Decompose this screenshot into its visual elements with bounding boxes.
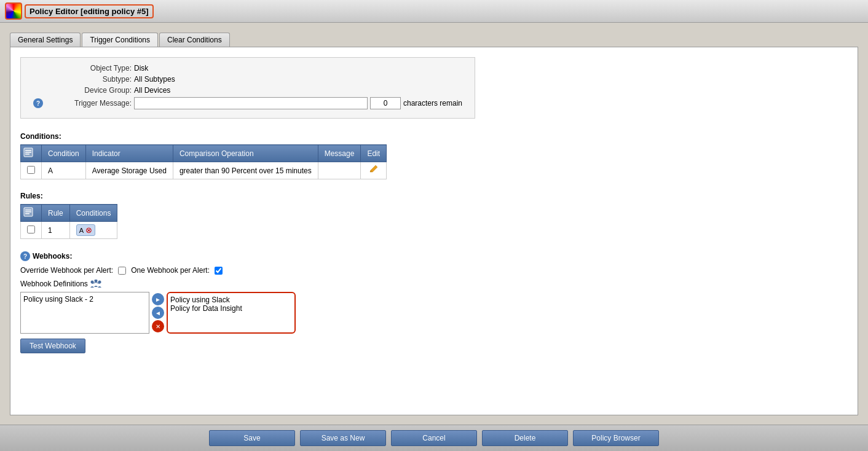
policy-browser-button[interactable]: Policy Browser: [573, 430, 659, 446]
network-icon: [90, 280, 101, 288]
webhook-definitions-text: Webhook Definitions: [20, 280, 88, 288]
row-checkbox-cell: [21, 162, 42, 179]
webhooks-label: Webhooks:: [33, 252, 72, 261]
page-title: Policy Editor [editing policy #5]: [25, 4, 154, 18]
override-checkbox[interactable]: [118, 267, 126, 275]
indicator-col-header: Indicator: [85, 145, 173, 162]
rule-row-checkbox[interactable]: [27, 226, 35, 233]
one-webhook-checkbox[interactable]: [215, 267, 223, 275]
app-logo: [5, 2, 22, 20]
subtype-value: All Subtypes: [134, 75, 175, 84]
main-content: General Settings Trigger Conditions Clea…: [0, 23, 868, 420]
condition-cell: A: [42, 162, 86, 179]
remove-condition-icon[interactable]: ⊗: [85, 226, 92, 235]
save-button[interactable]: Save: [209, 430, 295, 446]
webhook-options: Override Webhook per Alert: One Webhook …: [20, 266, 848, 275]
webhook-selected-item-2[interactable]: Policy for Data Insight: [170, 304, 292, 313]
trigger-message-input[interactable]: [134, 97, 368, 109]
chars-remain-input: [370, 97, 401, 109]
webhook-arrows: ► ◄ ✕: [152, 293, 164, 332]
webhooks-section: ? Webhooks: Override Webhook per Alert: …: [20, 251, 848, 353]
test-webhook-button[interactable]: Test Webhook: [20, 339, 85, 353]
device-group-label: Device Group:: [33, 86, 132, 95]
trigger-message-info-icon: ?: [33, 98, 43, 108]
webhook-selected-list[interactable]: Policy using Slack Policy for Data Insig…: [167, 292, 296, 334]
tab-clear-conditions[interactable]: Clear Conditions: [159, 33, 230, 47]
condition-tag: A⊗: [76, 224, 95, 236]
rules-table: Rule Conditions 1 A⊗: [20, 204, 117, 239]
svg-rect-8: [25, 211, 31, 213]
rules-section-label: Rules:: [20, 192, 848, 200]
object-type-value: Disk: [134, 64, 148, 73]
trigger-message-row: ? Trigger Message: characters remain: [33, 97, 462, 109]
tab-trigger-conditions[interactable]: Trigger Conditions: [82, 33, 158, 47]
indicator-cell: Average Storage Used: [85, 162, 173, 179]
content-panel: Object Type: Disk Subtype: All Subtypes …: [10, 47, 858, 415]
webhook-selected-item-1[interactable]: Policy using Slack: [170, 296, 292, 304]
tab-general-settings[interactable]: General Settings: [10, 33, 81, 47]
message-col-header: Message: [318, 145, 361, 162]
rule-number-cell: 1: [42, 222, 70, 239]
conditions-table: Condition Indicator Comparison Operation…: [20, 144, 387, 179]
edit-icon[interactable]: [369, 165, 379, 175]
cancel-button[interactable]: Cancel: [391, 430, 477, 446]
svg-point-11: [94, 280, 97, 283]
webhook-available-item[interactable]: Policy using Slack - 2: [23, 295, 146, 304]
save-as-new-button[interactable]: Save as New: [300, 430, 386, 446]
device-group-row: Device Group: All Devices: [33, 86, 462, 95]
svg-rect-9: [25, 213, 30, 214]
rule-checkbox-cell: [21, 222, 42, 239]
rules-icon-header: [21, 205, 42, 222]
edit-cell: [361, 162, 387, 179]
svg-rect-7: [25, 210, 31, 211]
webhook-available-list[interactable]: Policy using Slack - 2: [20, 292, 149, 334]
subtype-row: Subtype: All Subtypes: [33, 75, 462, 84]
svg-rect-1: [25, 150, 31, 151]
object-type-row: Object Type: Disk: [33, 64, 462, 73]
object-type-label: Object Type:: [33, 64, 132, 73]
condition-col-header: Condition: [42, 145, 86, 162]
table-row: 1 A⊗: [21, 222, 117, 239]
trigger-message-label: Trigger Message:: [45, 99, 132, 108]
rule-conditions-cell: A⊗: [69, 222, 117, 239]
override-label: Override Webhook per Alert:: [20, 266, 113, 275]
conditions-section-label: Conditions:: [20, 132, 848, 141]
title-bar: Policy Editor [editing policy #5]: [0, 0, 868, 23]
comparison-col-header: Comparison Operation: [173, 145, 318, 162]
delete-button[interactable]: Delete: [482, 430, 568, 446]
svg-rect-2: [25, 152, 31, 153]
message-cell: [318, 162, 361, 179]
conditions-icon-header: [21, 145, 42, 162]
comparison-cell: greater than 90 Percent over 15 minutes: [173, 162, 318, 179]
condition-row-checkbox[interactable]: [27, 166, 35, 174]
chars-remain-label: characters remain: [403, 99, 462, 108]
edit-col-header: Edit: [361, 145, 387, 162]
svg-rect-3: [25, 154, 30, 155]
webhook-add-button[interactable]: ►: [152, 293, 164, 305]
conditions-col-header: Conditions: [69, 205, 117, 222]
table-row: A Average Storage Used greater than 90 P…: [21, 162, 387, 179]
webhooks-info-icon: ?: [20, 251, 30, 261]
policy-info-box: Object Type: Disk Subtype: All Subtypes …: [20, 57, 475, 119]
device-group-value: All Devices: [134, 86, 170, 95]
subtype-label: Subtype:: [33, 75, 132, 84]
webhooks-header: ? Webhooks:: [20, 251, 848, 261]
bottom-button-bar: Save Save as New Cancel Delete Policy Br…: [0, 425, 868, 451]
tabs-container: General Settings Trigger Conditions Clea…: [10, 28, 858, 47]
webhook-remove-button[interactable]: ◄: [152, 307, 164, 319]
one-webhook-label: One Webhook per Alert:: [131, 266, 210, 275]
webhook-boxes-container: Policy using Slack - 2 ► ◄ ✕ Policy usin…: [20, 292, 848, 334]
webhook-definitions-label-row: Webhook Definitions: [20, 280, 848, 288]
webhook-remove-all-button[interactable]: ✕: [152, 320, 164, 332]
rule-col-header: Rule: [42, 205, 70, 222]
